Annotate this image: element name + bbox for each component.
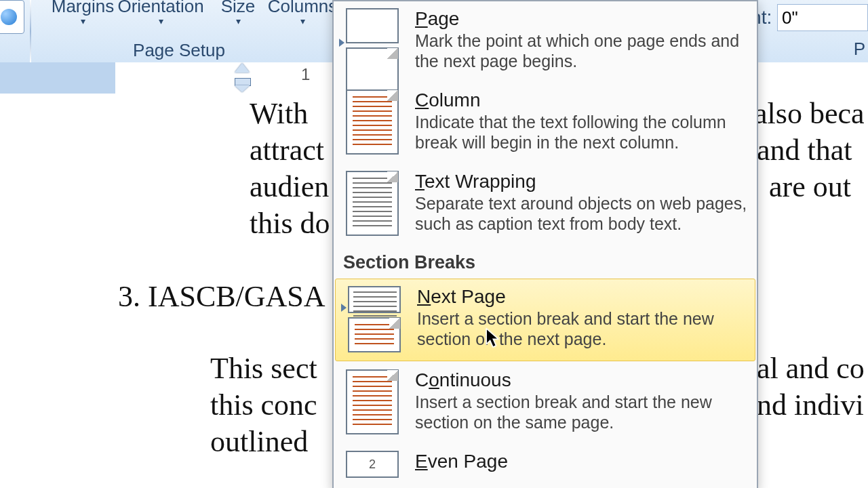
margins-label: Margins <box>52 0 114 16</box>
gallery-item-title: Even Page <box>415 451 749 472</box>
gallery-item-desc: Insert a section break and start the new… <box>415 392 749 432</box>
size-button[interactable]: Size ▾ <box>214 0 262 26</box>
section-breaks-header: Section Breaks <box>334 245 757 277</box>
gallery-item-next-page[interactable]: Next Page Insert a section break and sta… <box>335 279 755 361</box>
continuous-section-icon <box>346 369 400 437</box>
orientation-button[interactable]: Orientation ▾ <box>110 0 212 26</box>
gallery-item-title: Page <box>415 8 749 30</box>
gallery-item-even-page[interactable]: 2 Even Page <box>334 444 757 478</box>
doc-text: this conc <box>210 386 317 424</box>
size-label: Size <box>221 0 256 16</box>
gallery-item-desc: Insert a section break and start the new… <box>417 309 747 349</box>
doc-text: this do <box>250 205 330 242</box>
gallery-item-title: Next Page <box>417 286 747 308</box>
gallery-item-desc: Separate text around objects on web page… <box>415 194 749 234</box>
doc-text: al and co <box>757 350 865 387</box>
gallery-item-desc: Mark the point at which one page ends an… <box>415 31 749 71</box>
dropdown-icon: ▾ <box>214 16 262 26</box>
columns-button[interactable]: Columns ▾ <box>262 0 343 26</box>
doc-text: This sect <box>210 350 317 387</box>
column-break-icon <box>346 89 400 157</box>
chevron-right-icon <box>341 304 347 312</box>
orientation-label: Orientation <box>117 0 203 16</box>
even-page-section-icon: 2 <box>346 451 400 488</box>
columns-label: Columns <box>268 0 338 16</box>
page-setup-group-label: Page Setup <box>30 40 328 61</box>
breaks-gallery: Page Mark the point at which one page en… <box>332 0 758 488</box>
doc-text: With <box>250 95 308 132</box>
gallery-item-column-break[interactable]: Column Indicate that the text following … <box>334 83 757 164</box>
doc-text: also beca <box>754 95 864 132</box>
doc-text: attract <box>250 131 324 169</box>
text-wrapping-break-icon <box>346 171 400 239</box>
next-page-section-icon <box>348 286 402 354</box>
doc-list-item: 3. IASCB/GASA <box>118 278 326 315</box>
doc-text: outlined <box>210 423 308 460</box>
dropdown-icon: ▾ <box>110 16 212 26</box>
doc-text: are out <box>769 168 851 205</box>
gallery-item-text-wrapping-break[interactable]: Text Wrapping Separate text around objec… <box>334 164 757 245</box>
chevron-right-icon <box>339 39 344 47</box>
ruler-mark-1: 1 <box>301 65 310 84</box>
theme-color-icon[interactable] <box>0 0 24 34</box>
ruler-margin-region <box>0 62 115 94</box>
gallery-item-desc: Indicate that the text following the col… <box>415 113 749 152</box>
gallery-item-continuous[interactable]: Continuous Insert a section break and st… <box>334 363 757 444</box>
dropdown-icon: ▾ <box>262 16 343 26</box>
gallery-item-page-break[interactable]: Page Mark the point at which one page en… <box>334 1 757 83</box>
partial-label: P <box>854 39 865 60</box>
gallery-item-title: Text Wrapping <box>415 171 749 192</box>
doc-text: nd indivi <box>757 386 864 424</box>
indent-right-input[interactable] <box>777 4 868 31</box>
page-break-icon <box>346 8 400 76</box>
gallery-item-title: Column <box>415 89 749 111</box>
doc-text: and that <box>757 131 852 169</box>
gallery-item-title: Continuous <box>415 369 749 391</box>
doc-text: audien <box>250 168 329 205</box>
